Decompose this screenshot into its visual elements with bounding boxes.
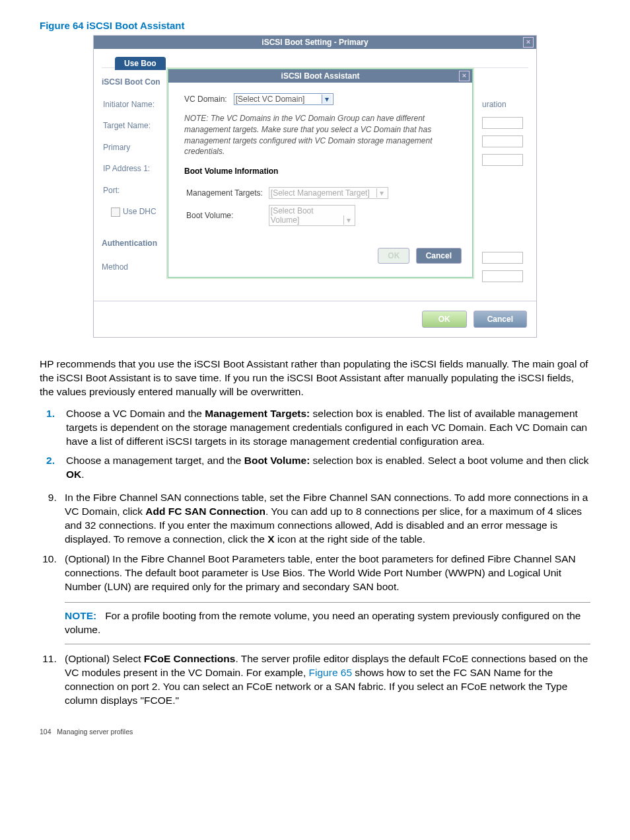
label-ip1: IP Address 1:: [103, 159, 157, 178]
intro-paragraph: HP recommends that you use the iSCSI Boo…: [40, 358, 590, 399]
close-icon[interactable]: ×: [459, 71, 470, 81]
note-label: NOTE:: [65, 610, 96, 621]
screenshot-figure: iSCSI Boot Setting - Primary × Use Boo i…: [93, 35, 537, 338]
step-9: In the Fibre Channel SAN connections tab…: [59, 491, 590, 547]
inner-dialog-title: iSCSI Boot Assistant ×: [168, 69, 472, 83]
chevron-down-icon: ▾: [322, 95, 332, 104]
right-fragment: uration: [482, 96, 528, 113]
vc-domain-dropdown[interactable]: [Select VC Domain]▾: [234, 93, 333, 105]
partial-input-4[interactable]: [482, 252, 523, 264]
close-icon[interactable]: ×: [523, 37, 534, 48]
substep-2: Choose a management target, and the Boot…: [66, 454, 590, 482]
vc-domain-label: VC Domain:: [184, 95, 227, 104]
partial-input-2[interactable]: [482, 135, 523, 147]
section-boot-volume-info: Boot Volume Information: [184, 167, 462, 176]
boot-volume-value: [Select Boot Volume]: [271, 206, 343, 225]
substep-1: Choose a VC Domain and the Management Ta…: [66, 407, 590, 449]
figure-65-link[interactable]: Figure 65: [309, 667, 352, 678]
label-primary: Primary: [103, 137, 157, 157]
outer-title-text: iSCSI Boot Setting - Primary: [262, 38, 368, 47]
note-text: For a profile booting from the remote vo…: [65, 610, 580, 635]
note-box: NOTE: For a profile booting from the rem…: [65, 602, 590, 644]
inner-cancel-button[interactable]: Cancel: [416, 248, 462, 264]
figure-caption: Figure 64 iSCSI Boot Assistant: [40, 20, 590, 31]
label-usedhc: Use DHC: [123, 207, 157, 216]
mgmt-targets-label: Management Targets:: [186, 186, 267, 200]
step-10: (Optional) In the Fibre Channel Boot Par…: [59, 553, 590, 644]
inner-title-text: iSCSI Boot Assistant: [281, 71, 360, 81]
usedhc-checkbox[interactable]: [111, 208, 120, 217]
chevron-down-icon: ▾: [376, 188, 386, 198]
section-authentication: Authentication: [102, 239, 173, 249]
mgmt-targets-dropdown[interactable]: [Select Management Target]▾: [269, 187, 388, 199]
outer-ok-button[interactable]: OK: [422, 311, 467, 328]
partial-input-1[interactable]: [482, 117, 523, 129]
section-iscsi-boot-con: iSCSI Boot Con: [102, 77, 173, 88]
step-11: (Optional) Select FCoE Connections. The …: [59, 652, 590, 708]
mgmt-targets-value: [Select Management Target]: [271, 188, 376, 198]
page-number: 104: [40, 728, 52, 736]
label-port: Port:: [103, 180, 157, 200]
footer-text: Managing server profiles: [57, 728, 133, 736]
boot-volume-label: Boot Volume:: [186, 201, 267, 227]
outer-cancel-button[interactable]: Cancel: [473, 311, 527, 328]
label-method: Method: [102, 258, 173, 276]
inner-dialog: iSCSI Boot Assistant × VC Domain: [Selec…: [168, 69, 473, 278]
vc-domain-value: [Select VC Domain]: [236, 95, 322, 104]
partial-input-5[interactable]: [482, 270, 523, 282]
label-initiator: Initiator Name:: [103, 95, 157, 114]
inner-ok-button[interactable]: OK: [378, 248, 409, 264]
outer-dialog-title: iSCSI Boot Setting - Primary ×: [94, 36, 536, 49]
inner-note: NOTE: The VC Domains in the VC Domain Gr…: [184, 113, 462, 157]
label-target: Target Name:: [103, 116, 157, 135]
partial-input-3[interactable]: [482, 154, 523, 166]
chevron-down-icon: ▾: [343, 215, 353, 225]
page-footer: 104 Managing server profiles: [40, 728, 590, 736]
boot-volume-dropdown[interactable]: [Select Boot Volume]▾: [269, 205, 355, 226]
